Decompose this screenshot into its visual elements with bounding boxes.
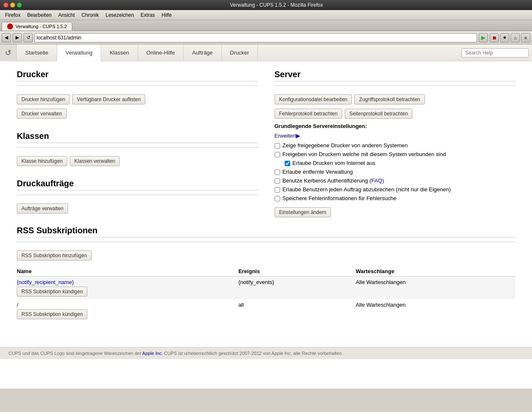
einstellungen-button[interactable]: Einstellungen ändern bbox=[275, 207, 331, 217]
address-input[interactable] bbox=[34, 33, 477, 42]
browser-content: ↺ Startseite Verwaltung Klassen Online-H… bbox=[0, 44, 532, 389]
rss-kuendigen-button[interactable]: RSS Subskription kündigen bbox=[17, 287, 87, 297]
server-title: Server bbox=[275, 70, 516, 81]
menu-chronik[interactable]: Lesezeichen bbox=[102, 11, 137, 19]
druckauftraege-buttons: Aufträge verwalten bbox=[17, 203, 258, 214]
rss-title: RSS Subskriptionen bbox=[17, 226, 515, 237]
grundlegende-label: Grundlegende Servereinstellungen: bbox=[275, 123, 516, 129]
rss-add-btn-row: RSS Subskription hinzufügen bbox=[17, 250, 515, 261]
rss-ereignis-cell: all bbox=[238, 299, 356, 322]
checkbox-row-5: Benutze Kerberos Authentifizierung (FAQ) bbox=[275, 177, 516, 184]
menubar: Firefox Bearbeiten Ansicht Chronik Lesez… bbox=[0, 10, 532, 20]
footer-apple-link[interactable]: Apple Inc. bbox=[142, 351, 163, 356]
menu-bearbeiten[interactable]: Ansicht bbox=[55, 11, 78, 19]
rss-name-link[interactable]: {notify_recipient_name} bbox=[17, 279, 235, 285]
checkbox-row-1: Zeige freigegebene Drucker von anderen S… bbox=[275, 142, 516, 149]
checkbox-debug-logging[interactable] bbox=[275, 196, 280, 201]
checkbox-internet-printing[interactable] bbox=[285, 161, 290, 166]
back-button[interactable]: ◀ bbox=[2, 33, 11, 42]
erweitert-link[interactable]: Erweitert▶ bbox=[275, 133, 300, 139]
klassen-hr bbox=[17, 147, 258, 148]
drucker-hinzufuegen-button[interactable]: Drucker hinzufügen bbox=[17, 94, 70, 104]
checkbox-kerberos[interactable] bbox=[275, 178, 280, 184]
minimize-button[interactable] bbox=[10, 3, 15, 8]
checkbox-label-2: Freigeben von Druckern welche mit diesem… bbox=[283, 151, 446, 157]
rss-name-cell: /RSS Subskription kündigen bbox=[17, 299, 238, 322]
menu-lesezeichen[interactable]: Extras bbox=[137, 11, 158, 19]
drucker-buttons: Drucker hinzufügen Verfügbare Drucker au… bbox=[17, 94, 258, 104]
druckauftraege-title: Druckaufträge bbox=[17, 179, 258, 190]
tab-drucker[interactable]: Drucker bbox=[222, 44, 258, 61]
checkbox-share-printers[interactable] bbox=[275, 152, 280, 157]
browser-tab-label: Verwaltung - CUPS 1.5.2 bbox=[16, 24, 67, 29]
rss-name-link[interactable]: / bbox=[17, 302, 235, 308]
rss-warteschlange-cell: Alle Warteschlangen bbox=[356, 299, 515, 322]
fehlerprotokoll-button[interactable]: Fehlerprotokoll betrachten bbox=[275, 109, 342, 119]
drucker-verwalten-button[interactable]: Drucker verwalten bbox=[17, 109, 67, 119]
titlebar-buttons bbox=[3, 3, 22, 8]
home-icon[interactable]: ⌂ bbox=[511, 33, 520, 42]
search-input[interactable] bbox=[461, 48, 529, 57]
maximize-button[interactable] bbox=[17, 3, 22, 8]
faq-link[interactable]: (FAQ) bbox=[370, 177, 384, 184]
col-ereignis-header: Ereignis bbox=[238, 266, 356, 276]
close-button[interactable] bbox=[3, 3, 8, 8]
menu-firefox[interactable]: Firefox bbox=[2, 11, 24, 19]
window-title: Verwaltung - CUPS 1.5.2 - Mozilla Firefo… bbox=[24, 2, 529, 8]
checkbox-row-2: Freigeben von Druckern welche mit diesem… bbox=[275, 151, 516, 157]
tab-favicon bbox=[7, 23, 13, 29]
nav-search-container bbox=[458, 48, 532, 57]
page-footer: CUPS und das CUPS Logo sind eingetragene… bbox=[0, 347, 532, 359]
konfiguration-button[interactable]: Konfigurationsdatei bearbeiten bbox=[275, 94, 352, 104]
checkbox-remote-admin[interactable] bbox=[275, 169, 280, 175]
tools-icon[interactable]: ≡ bbox=[521, 33, 530, 42]
menu-datei[interactable]: Bearbeiten bbox=[24, 11, 55, 19]
nav-tabs: ↺ Startseite Verwaltung Klassen Online-H… bbox=[0, 44, 532, 61]
menu-ansicht[interactable]: Chronik bbox=[78, 11, 102, 19]
tab-online-hilfe[interactable]: Online-Hilfe bbox=[138, 44, 184, 61]
address-bar: ◀ ▶ ↺ ▶ ⏹ ★ ⌂ ≡ bbox=[0, 31, 532, 44]
klassen-verwalten-button[interactable]: Klassen verwalten bbox=[70, 156, 120, 166]
reload-button[interactable]: ↺ bbox=[24, 33, 33, 42]
zugriffsprotokoll-button[interactable]: Zugriffsprotokoll betrachten bbox=[354, 94, 425, 104]
rss-name-cell: {notify_recipient_name}RSS Subskription … bbox=[17, 276, 238, 300]
titlebar: Verwaltung - CUPS 1.5.2 - Mozilla Firefo… bbox=[0, 0, 532, 10]
server-hr bbox=[275, 86, 516, 86]
footer-text-before: CUPS und das CUPS Logo sind eingetragene… bbox=[8, 351, 142, 356]
tab-auftraege[interactable]: Aufträge bbox=[183, 44, 221, 61]
checkbox-label-1: Zeige freigegebene Drucker von anderen S… bbox=[283, 142, 408, 149]
rss-warteschlange-cell: Alle Warteschlangen bbox=[356, 276, 515, 300]
druckauftraege-hr bbox=[17, 195, 258, 195]
menu-extras[interactable]: Hilfe bbox=[158, 11, 175, 19]
drucker-verfuegbare-button[interactable]: Verfügbare Drucker auflisten bbox=[72, 94, 145, 104]
right-column: Server Konfigurationsdatei bearbeiten Zu… bbox=[275, 70, 516, 217]
footer-text-after: CUPS ist urheberrechtlich geschützt 2007… bbox=[163, 351, 343, 356]
browser-tabbar: Verwaltung - CUPS 1.5.2 bbox=[0, 20, 532, 31]
menu-hilfe[interactable] bbox=[175, 14, 182, 16]
klassen-title: Klassen bbox=[17, 131, 258, 143]
auftraege-verwalten-button[interactable]: Aufträge verwalten bbox=[17, 203, 68, 214]
col-warteschlange-header: Warteschlange bbox=[356, 266, 515, 276]
klasse-hinzufuegen-button[interactable]: Klasse hinzufügen bbox=[17, 156, 67, 166]
rss-hinzufuegen-button[interactable]: RSS Subskription hinzufügen bbox=[17, 250, 92, 261]
checkbox-cancel-jobs[interactable] bbox=[275, 187, 280, 193]
tab-klassen[interactable]: Klassen bbox=[101, 44, 138, 61]
left-column: Drucker Drucker hinzufügen Verfügbare Dr… bbox=[17, 70, 258, 217]
drucker-hr bbox=[17, 86, 258, 86]
stop-icon[interactable]: ⏹ bbox=[490, 33, 499, 42]
rss-ereignis-cell: {notify_events} bbox=[238, 276, 356, 300]
forward-button[interactable]: ▶ bbox=[13, 33, 22, 42]
tab-verwaltung[interactable]: Verwaltung bbox=[57, 44, 101, 61]
server-buttons-row2: Fehlerprotokoll betrachten Seitenprotoko… bbox=[275, 109, 516, 119]
cups-logo[interactable]: ↺ bbox=[0, 44, 17, 61]
checkbox-row-3: Erlaube Drucken vom Internet aus bbox=[285, 160, 516, 166]
checkbox-shared-printers[interactable] bbox=[275, 143, 280, 149]
bookmark-icon[interactable]: ★ bbox=[500, 33, 509, 42]
tab-startseite[interactable]: Startseite bbox=[17, 44, 57, 61]
drucker-verwalten-row: Drucker verwalten bbox=[17, 109, 258, 119]
einstellungen-btn-row: Einstellungen ändern bbox=[275, 207, 516, 217]
rss-kuendigen-button[interactable]: RSS Subskription kündigen bbox=[17, 309, 87, 319]
seitenprotokoll-button[interactable]: Seitenprotokoll betrachten bbox=[345, 109, 412, 119]
go-button[interactable]: ▶ bbox=[479, 33, 488, 42]
browser-tab[interactable]: Verwaltung - CUPS 1.5.2 bbox=[2, 22, 72, 31]
